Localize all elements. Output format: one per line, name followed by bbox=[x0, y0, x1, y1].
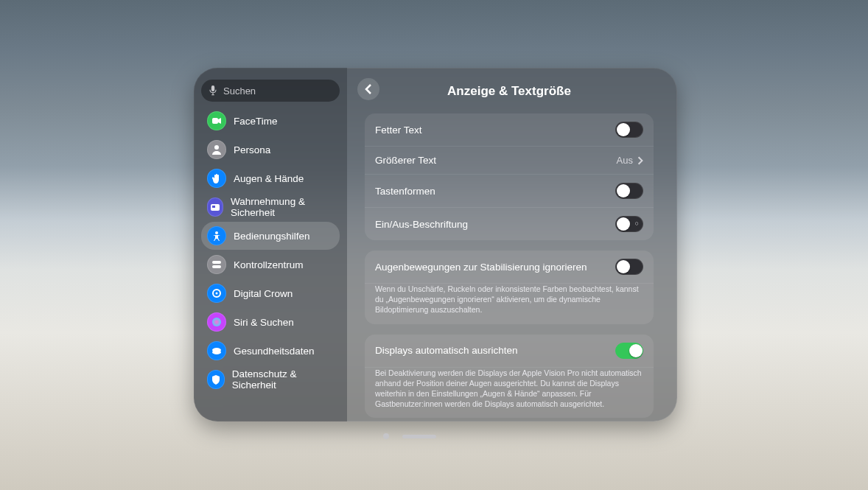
toggle-switch[interactable] bbox=[615, 122, 643, 138]
sidebar-item-facetime[interactable]: FaceTime bbox=[201, 107, 340, 135]
row-label: Augenbewegungen zur Stabilisierung ignor… bbox=[375, 262, 587, 273]
sidebar-item-kontrollzentrum[interactable]: Kontrollzentrum bbox=[201, 251, 340, 279]
hand-icon bbox=[207, 169, 226, 188]
toggle-switch[interactable] bbox=[615, 259, 643, 275]
svg-rect-3 bbox=[212, 206, 215, 208]
sidebar-item-label: FaceTime bbox=[234, 116, 278, 127]
mic-icon bbox=[209, 85, 217, 96]
sidebar-item-bedienungshilfen[interactable]: Bedienungshilfen bbox=[201, 222, 340, 250]
settings-row[interactable]: Augenbewegungen zur Stabilisierung ignor… bbox=[365, 251, 654, 284]
chevron-left-icon bbox=[365, 84, 372, 94]
settings-window: Suchen FaceTimePersonaAugen & HändeWahrn… bbox=[194, 68, 677, 421]
back-button[interactable] bbox=[357, 78, 379, 100]
group-footer-note: Wenn du Unschärfe, Ruckeln oder inkonsis… bbox=[365, 284, 654, 324]
search-placeholder: Suchen bbox=[223, 85, 256, 97]
settings-row[interactable]: Displays automatisch ausrichten bbox=[365, 335, 654, 368]
settings-row[interactable]: Größerer TextAus bbox=[365, 147, 654, 175]
settings-row[interactable]: Fetter Text bbox=[365, 113, 654, 147]
settings-content: Anzeige & Textgröße Fetter TextGrößerer … bbox=[347, 68, 677, 421]
person-icon bbox=[207, 140, 226, 159]
page-title: Anzeige & Textgröße bbox=[365, 84, 654, 99]
settings-row[interactable]: Tastenformen bbox=[365, 175, 654, 208]
group-footer-note: Bei Deaktivierung werden die Displays de… bbox=[365, 368, 654, 419]
sidebar-item-wahrnehmung-sicherheit[interactable]: Wahrnehmung & Sicherheit bbox=[201, 193, 340, 221]
svg-rect-5 bbox=[212, 261, 221, 264]
svg-point-11 bbox=[212, 348, 221, 352]
svg-rect-6 bbox=[212, 265, 221, 268]
crown-icon bbox=[207, 284, 226, 303]
toggle-switch[interactable] bbox=[615, 343, 643, 359]
svg-point-4 bbox=[215, 231, 218, 234]
sidebar-item-digital-crown[interactable]: Digital Crown bbox=[201, 279, 340, 307]
svg-point-1 bbox=[214, 145, 219, 150]
settings-row[interactable]: Ein/Aus-Beschriftung○ bbox=[365, 208, 654, 240]
row-label: Displays automatisch ausrichten bbox=[375, 345, 518, 356]
badge-icon bbox=[207, 197, 223, 217]
sidebar-item-label: Bedienungshilfen bbox=[234, 231, 310, 242]
row-label: Ein/Aus-Beschriftung bbox=[375, 219, 468, 230]
sidebar-nav: FaceTimePersonaAugen & HändeWahrnehmung … bbox=[200, 106, 341, 421]
sidebar-item-label: Persona bbox=[234, 144, 270, 155]
chevron-right-icon bbox=[637, 156, 643, 165]
sidebar-item-label: Gesundheitsdaten bbox=[234, 346, 315, 357]
settings-group: Fetter TextGrößerer TextAusTastenformenE… bbox=[365, 113, 654, 240]
svg-rect-0 bbox=[212, 118, 218, 124]
settings-group: Displays automatisch ausrichtenBei Deakt… bbox=[365, 335, 654, 419]
sidebar-item-augen-h-nde[interactable]: Augen & Hände bbox=[201, 164, 340, 192]
health-icon bbox=[207, 341, 226, 360]
sidebar-item-gesundheitsdaten[interactable]: Gesundheitsdaten bbox=[201, 337, 340, 365]
toggle-switch[interactable]: ○ bbox=[615, 216, 643, 232]
toggle-knob bbox=[629, 344, 643, 357]
siri-icon bbox=[207, 312, 226, 332]
toggle-knob bbox=[617, 184, 630, 197]
toggle-knob bbox=[617, 123, 630, 136]
search-input[interactable]: Suchen bbox=[201, 80, 340, 102]
window-grabber[interactable] bbox=[383, 433, 436, 439]
shield-icon bbox=[207, 370, 225, 389]
svg-point-9 bbox=[212, 318, 221, 326]
svg-point-8 bbox=[216, 293, 218, 295]
video-icon bbox=[207, 111, 226, 130]
row-label: Größerer Text bbox=[375, 155, 436, 166]
sidebar-item-label: Kontrollzentrum bbox=[234, 259, 304, 270]
sidebar-item-label: Wahrnehmung & Sicherheit bbox=[231, 196, 334, 218]
toggle-knob bbox=[617, 217, 630, 231]
toggle-knob bbox=[617, 260, 630, 273]
row-value: Aus bbox=[617, 155, 643, 166]
grabber-bar-icon bbox=[402, 435, 436, 438]
row-label: Fetter Text bbox=[375, 125, 422, 136]
toggle-switch[interactable] bbox=[615, 183, 643, 199]
row-label: Tastenformen bbox=[375, 186, 435, 197]
settings-group: Augenbewegungen zur Stabilisierung ignor… bbox=[365, 251, 654, 324]
grabber-dot-icon bbox=[383, 433, 389, 439]
sidebar-item-label: Siri & Suchen bbox=[234, 317, 294, 328]
accessibility-icon bbox=[207, 226, 226, 245]
sidebar-item-label: Datenschutz & Sicherheit bbox=[232, 368, 334, 391]
sidebar: Suchen FaceTimePersonaAugen & HändeWahrn… bbox=[194, 68, 347, 421]
sidebar-item-datenschutz-sicherheit[interactable]: Datenschutz & Sicherheit bbox=[201, 365, 340, 393]
sidebar-item-siri-suchen[interactable]: Siri & Suchen bbox=[201, 308, 340, 336]
sidebar-item-label: Augen & Hände bbox=[234, 173, 304, 184]
sidebar-item-label: Digital Crown bbox=[234, 288, 293, 299]
toggle-onoff-label-icon: ○ bbox=[635, 220, 639, 227]
sidebar-item-persona[interactable]: Persona bbox=[201, 136, 340, 164]
switches-icon bbox=[207, 255, 226, 274]
